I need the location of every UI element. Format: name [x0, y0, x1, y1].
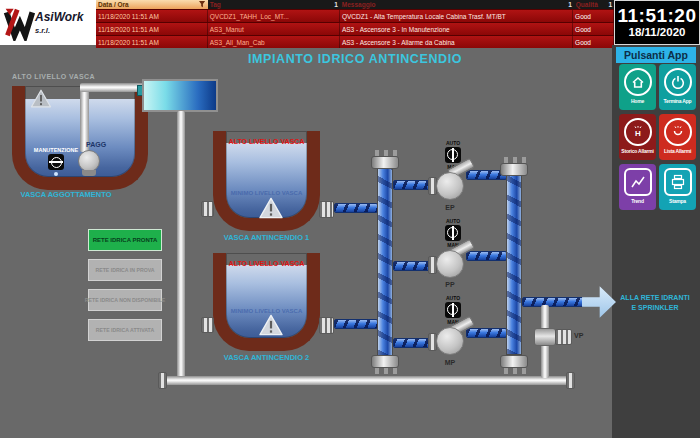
pump-mp-inlet-pipe [393, 338, 431, 348]
alarm-message: AS3 - Ascensore 3 - In Manutenzione [340, 23, 573, 35]
button-label: Stampa [669, 198, 686, 204]
suction-manifold [377, 168, 393, 356]
column-header-tag[interactable]: Tag 1 [208, 0, 340, 9]
vp-valve-label: VP [574, 332, 583, 339]
alarm-tag: AS3_Manut [208, 23, 340, 35]
column-header-time[interactable]: Data / Ora [96, 0, 208, 9]
filter-funnel-icon[interactable] [199, 1, 206, 8]
status-dot [54, 172, 58, 176]
alarm-table-header: Data / Ora Tag 1 Messaggio 1 Qualità 1 [96, 0, 614, 9]
trend-button[interactable]: Trend [619, 164, 656, 210]
pump-mp-auto-man-switch[interactable] [445, 302, 461, 318]
print-button[interactable]: Stampa [659, 164, 696, 210]
sump-tank-label: VASCA AGGOTTAMENTO [14, 190, 118, 199]
network-outlet-pipe [522, 297, 584, 307]
delivery-manifold [506, 175, 522, 355]
column-header-message[interactable]: Messaggio 1 [340, 0, 574, 9]
vp-valve-body[interactable] [534, 328, 556, 346]
tank2-outlet-flange [319, 317, 334, 334]
tank2-high-level-alarm: ALTO LIVELLO VASCA [226, 260, 307, 267]
pipe-end-cap [158, 372, 167, 389]
svg-text:H: H [635, 129, 641, 138]
manifold-top-cap [371, 156, 399, 169]
page-title: IMPIANTO IDRICO ANTINCENDIO [200, 52, 510, 66]
pump-mp-outlet-pipe [466, 328, 507, 338]
clock-date: 18/11/2020 [629, 27, 686, 39]
warning-triangle-icon [258, 197, 284, 219]
outlet-destination-line2: E SPRINKLER [610, 304, 700, 311]
drop-pipe [177, 111, 185, 378]
terminate-app-button[interactable]: Termina App [659, 64, 696, 110]
sort-badge: 1 [608, 1, 612, 8]
tank1-label: VASCA ANTINCENDIO 1 [213, 233, 320, 242]
bottom-main-pipe [165, 376, 570, 385]
app-buttons-panel-title: Pulsanti App [616, 47, 696, 63]
sump-pump-label: PAGG [86, 141, 106, 148]
pump-pp-auto-man-switch[interactable] [445, 225, 461, 241]
button-label: Lista Allarmi [664, 148, 691, 154]
pump-ep-auto-man-switch[interactable] [445, 147, 461, 163]
status-rete-idrica-attivata: RETE IDRICA ATTIVATA [88, 319, 162, 341]
alarm-time: 11/18/2020 11:51 AM [96, 10, 208, 22]
pump-ep-inlet-pipe [393, 180, 431, 190]
pump-ep-label: EP [436, 204, 464, 211]
alarm-tag: AS3_All_Man_Cab [208, 36, 340, 48]
home-icon [624, 68, 652, 96]
sump-pump [78, 150, 100, 172]
tank2 [213, 253, 320, 351]
alarm-list-icon [664, 118, 692, 146]
alarm-row[interactable]: 11/18/2020 11:51 AM QVCDZ1_TAHH_Loc_MT..… [96, 9, 614, 22]
manifold-top-cap [500, 163, 528, 176]
button-label: Home [631, 98, 644, 104]
pump-pp-outlet-pipe [466, 251, 507, 261]
logo: AsiWork s.r.l. [0, 0, 96, 45]
alarm-quality: Good [573, 23, 614, 35]
alarm-list-button[interactable]: Lista Allarmi [659, 114, 696, 160]
alarm-row[interactable]: 11/18/2020 11:51 AM AS3_All_Man_Cab AS3 … [96, 35, 614, 48]
tank1-outlet-pipe [334, 203, 378, 213]
pump-mp-auto-label: AUTO [441, 295, 465, 301]
button-label: Termina App [664, 98, 692, 104]
alarm-time: 11/18/2020 11:51 AM [96, 36, 208, 48]
alarm-history-icon: H [624, 118, 652, 146]
manifold-bottom-cap [500, 355, 528, 368]
alarm-history-button[interactable]: H Storico Allarmi [619, 114, 656, 160]
alarm-row[interactable]: 11/18/2020 11:51 AM AS3_Manut AS3 - Asce… [96, 22, 614, 35]
button-label: Trend [631, 198, 644, 204]
asiwork-mark-icon [3, 5, 35, 41]
pump-ep[interactable] [436, 172, 464, 200]
alarm-quality: Good [573, 36, 614, 48]
status-rete-idrica-in-prova: RETE IDRICA IN PROVA [88, 259, 162, 281]
home-button[interactable]: Home [619, 64, 656, 110]
trend-icon [624, 168, 652, 196]
sort-badge: 1 [568, 1, 572, 8]
alarm-tag: QVCDZ1_TAHH_Loc_MT... [208, 10, 340, 22]
outlet-destination-line1: ALLA RETE IDRANTI [610, 294, 700, 301]
status-rete-idrica-pronta: RETE IDRICA PRONTA [88, 229, 162, 251]
tank2-left-nozzle [201, 317, 214, 333]
printer-icon [664, 168, 692, 196]
header-tank-indicator [142, 79, 218, 112]
flange-bolts [504, 368, 526, 374]
scada-screen: AsiWork s.r.l. Data / Ora Tag 1 Messaggi… [0, 0, 700, 438]
tank1-low-level-label: MINIMO LIVELLO VASCA [226, 190, 307, 196]
pump-pp-inlet-pipe [393, 261, 431, 271]
sump-maintenance-switch[interactable] [48, 154, 64, 170]
pump-ep-auto-label: AUTO [441, 140, 465, 146]
clock-time: 11:51:20 [617, 6, 696, 25]
tank1-left-nozzle [201, 201, 214, 217]
pump-mp-label: MP [436, 359, 464, 366]
pump-pp-label: PP [436, 281, 464, 288]
column-header-quality[interactable]: Qualità 1 [574, 0, 614, 9]
alarm-time: 11/18/2020 11:51 AM [96, 23, 208, 35]
pump-mp[interactable] [436, 327, 464, 355]
sump-maintenance-label: MANUTENZIONE [26, 147, 86, 153]
power-icon [664, 68, 692, 96]
clock-panel: 11:51:20 18/11/2020 [614, 0, 700, 45]
logo-text: AsiWork s.r.l. [35, 11, 83, 35]
manifold-bottom-cap [371, 355, 399, 368]
sump-discharge-pipe [80, 83, 144, 92]
pump-pp[interactable] [436, 250, 464, 278]
sort-badge: 1 [334, 1, 338, 8]
status-rete-idrica-non-disponibile: RETE IDRICA NON DISPONIBILE [88, 289, 162, 311]
